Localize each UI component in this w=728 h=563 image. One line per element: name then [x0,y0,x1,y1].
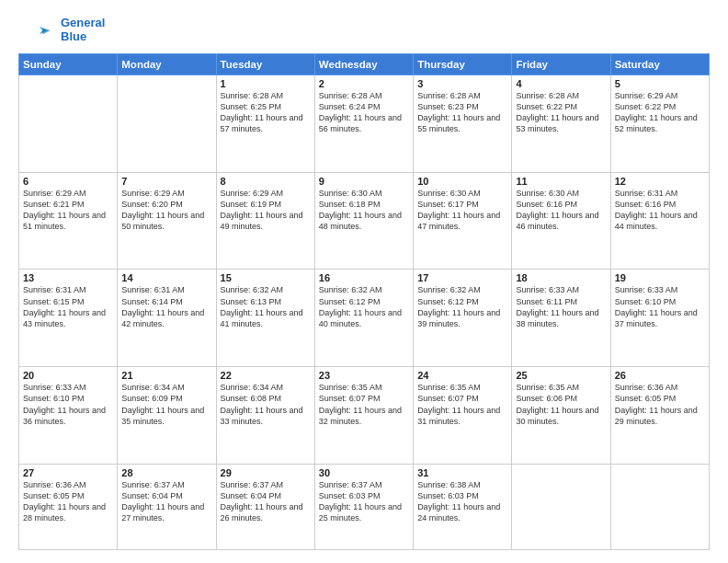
day-number: 27 [23,467,113,478]
svg-marker-1 [42,29,50,35]
day-number: 6 [23,176,113,187]
calendar-cell [118,75,216,172]
calendar-cell [512,465,610,550]
calendar-cell: 15Sunrise: 6:32 AM Sunset: 6:13 PM Dayli… [216,270,314,367]
day-number: 30 [319,467,409,478]
day-number: 5 [615,78,705,89]
day-number: 12 [615,176,705,187]
cell-info: Sunrise: 6:29 AM Sunset: 6:19 PM Dayligh… [221,188,311,233]
cell-info: Sunrise: 6:28 AM Sunset: 6:24 PM Dayligh… [319,90,409,135]
weekday-wednesday: Wednesday [314,53,413,75]
calendar-cell: 17Sunrise: 6:32 AM Sunset: 6:12 PM Dayli… [414,270,512,367]
day-number: 9 [319,176,409,187]
calendar-cell: 2Sunrise: 6:28 AM Sunset: 6:24 PM Daylig… [314,75,413,172]
calendar-cell: 5Sunrise: 6:29 AM Sunset: 6:22 PM Daylig… [610,75,709,172]
day-number: 7 [121,176,211,187]
calendar-cell [610,465,709,550]
calendar-cell [19,75,118,172]
calendar-cell: 14Sunrise: 6:31 AM Sunset: 6:14 PM Dayli… [118,270,216,367]
cell-info: Sunrise: 6:29 AM Sunset: 6:22 PM Dayligh… [615,90,705,135]
cell-info: Sunrise: 6:30 AM Sunset: 6:18 PM Dayligh… [319,188,409,233]
weekday-header-row: SundayMondayTuesdayWednesdayThursdayFrid… [19,53,710,75]
week-row-3: 13Sunrise: 6:31 AM Sunset: 6:15 PM Dayli… [19,270,710,367]
day-number: 3 [417,78,507,89]
calendar-cell: 1Sunrise: 6:28 AM Sunset: 6:25 PM Daylig… [216,75,314,172]
calendar-cell: 28Sunrise: 6:37 AM Sunset: 6:04 PM Dayli… [118,465,216,550]
cell-info: Sunrise: 6:37 AM Sunset: 6:03 PM Dayligh… [319,479,409,524]
day-number: 29 [221,467,311,478]
day-number: 13 [23,272,113,283]
day-number: 22 [221,370,311,381]
day-number: 31 [417,467,507,478]
calendar-table: SundayMondayTuesdayWednesdayThursdayFrid… [18,53,710,550]
day-number: 18 [516,272,606,283]
calendar-cell: 19Sunrise: 6:33 AM Sunset: 6:10 PM Dayli… [610,270,709,367]
day-number: 8 [221,176,311,187]
cell-info: Sunrise: 6:38 AM Sunset: 6:03 PM Dayligh… [417,479,507,524]
week-row-5: 27Sunrise: 6:36 AM Sunset: 6:05 PM Dayli… [19,465,710,550]
calendar-cell: 23Sunrise: 6:35 AM Sunset: 6:07 PM Dayli… [314,367,413,465]
calendar-cell: 18Sunrise: 6:33 AM Sunset: 6:11 PM Dayli… [512,270,610,367]
cell-info: Sunrise: 6:35 AM Sunset: 6:07 PM Dayligh… [319,382,409,427]
cell-info: Sunrise: 6:28 AM Sunset: 6:23 PM Dayligh… [417,90,507,135]
logo-blue: Blue [61,30,105,44]
cell-info: Sunrise: 6:37 AM Sunset: 6:04 PM Dayligh… [121,479,211,524]
calendar-cell: 16Sunrise: 6:32 AM Sunset: 6:12 PM Dayli… [314,270,413,367]
calendar-cell: 7Sunrise: 6:29 AM Sunset: 6:20 PM Daylig… [118,172,216,270]
cell-info: Sunrise: 6:31 AM Sunset: 6:15 PM Dayligh… [23,284,113,329]
day-number: 1 [221,78,311,89]
weekday-sunday: Sunday [19,53,118,75]
calendar-cell: 10Sunrise: 6:30 AM Sunset: 6:17 PM Dayli… [414,172,512,270]
cell-info: Sunrise: 6:29 AM Sunset: 6:20 PM Dayligh… [121,188,211,233]
day-number: 28 [121,467,211,478]
calendar-cell: 13Sunrise: 6:31 AM Sunset: 6:15 PM Dayli… [19,270,118,367]
day-number: 17 [417,272,507,283]
cell-info: Sunrise: 6:28 AM Sunset: 6:25 PM Dayligh… [221,90,311,135]
cell-info: Sunrise: 6:37 AM Sunset: 6:04 PM Dayligh… [221,479,311,524]
cell-info: Sunrise: 6:34 AM Sunset: 6:08 PM Dayligh… [221,382,311,427]
week-row-2: 6Sunrise: 6:29 AM Sunset: 6:21 PM Daylig… [19,172,710,270]
calendar-cell: 31Sunrise: 6:38 AM Sunset: 6:03 PM Dayli… [414,465,512,550]
calendar-cell: 3Sunrise: 6:28 AM Sunset: 6:23 PM Daylig… [414,75,512,172]
logo-general: General [61,17,105,30]
cell-info: Sunrise: 6:29 AM Sunset: 6:21 PM Dayligh… [23,188,113,233]
cell-info: Sunrise: 6:32 AM Sunset: 6:12 PM Dayligh… [319,284,409,329]
cell-info: Sunrise: 6:30 AM Sunset: 6:17 PM Dayligh… [417,188,507,233]
calendar-cell: 27Sunrise: 6:36 AM Sunset: 6:05 PM Dayli… [19,465,118,550]
cell-info: Sunrise: 6:31 AM Sunset: 6:14 PM Dayligh… [121,284,211,329]
weekday-tuesday: Tuesday [216,53,314,75]
day-number: 23 [319,370,409,381]
calendar-cell: 26Sunrise: 6:36 AM Sunset: 6:05 PM Dayli… [610,367,709,465]
calendar-cell: 29Sunrise: 6:37 AM Sunset: 6:04 PM Dayli… [216,465,314,550]
day-number: 21 [121,370,211,381]
calendar-cell: 8Sunrise: 6:29 AM Sunset: 6:19 PM Daylig… [216,172,314,270]
weekday-friday: Friday [512,53,610,75]
logo-bird-icon [18,21,51,40]
calendar-cell: 6Sunrise: 6:29 AM Sunset: 6:21 PM Daylig… [19,172,118,270]
day-number: 25 [516,370,606,381]
calendar-cell: 25Sunrise: 6:35 AM Sunset: 6:06 PM Dayli… [512,367,610,465]
cell-info: Sunrise: 6:33 AM Sunset: 6:11 PM Dayligh… [516,284,606,329]
cell-info: Sunrise: 6:36 AM Sunset: 6:05 PM Dayligh… [23,479,113,524]
calendar-cell: 30Sunrise: 6:37 AM Sunset: 6:03 PM Dayli… [314,465,413,550]
day-number: 15 [221,272,311,283]
cell-info: Sunrise: 6:33 AM Sunset: 6:10 PM Dayligh… [23,382,113,427]
cell-info: Sunrise: 6:35 AM Sunset: 6:06 PM Dayligh… [516,382,606,427]
calendar-cell: 9Sunrise: 6:30 AM Sunset: 6:18 PM Daylig… [314,172,413,270]
cell-info: Sunrise: 6:31 AM Sunset: 6:16 PM Dayligh… [615,188,705,233]
calendar-cell: 4Sunrise: 6:28 AM Sunset: 6:22 PM Daylig… [512,75,610,172]
cell-info: Sunrise: 6:35 AM Sunset: 6:07 PM Dayligh… [417,382,507,427]
calendar-cell: 22Sunrise: 6:34 AM Sunset: 6:08 PM Dayli… [216,367,314,465]
day-number: 4 [516,78,606,89]
calendar-cell: 20Sunrise: 6:33 AM Sunset: 6:10 PM Dayli… [19,367,118,465]
weekday-monday: Monday [118,53,216,75]
calendar-cell: 12Sunrise: 6:31 AM Sunset: 6:16 PM Dayli… [610,172,709,270]
cell-info: Sunrise: 6:36 AM Sunset: 6:05 PM Dayligh… [615,382,705,427]
cell-info: Sunrise: 6:32 AM Sunset: 6:13 PM Dayligh… [221,284,311,329]
day-number: 19 [615,272,705,283]
day-number: 24 [417,370,507,381]
cell-info: Sunrise: 6:32 AM Sunset: 6:12 PM Dayligh… [417,284,507,329]
logo: General Blue [18,17,105,44]
calendar-cell: 11Sunrise: 6:30 AM Sunset: 6:16 PM Dayli… [512,172,610,270]
weekday-thursday: Thursday [414,53,512,75]
